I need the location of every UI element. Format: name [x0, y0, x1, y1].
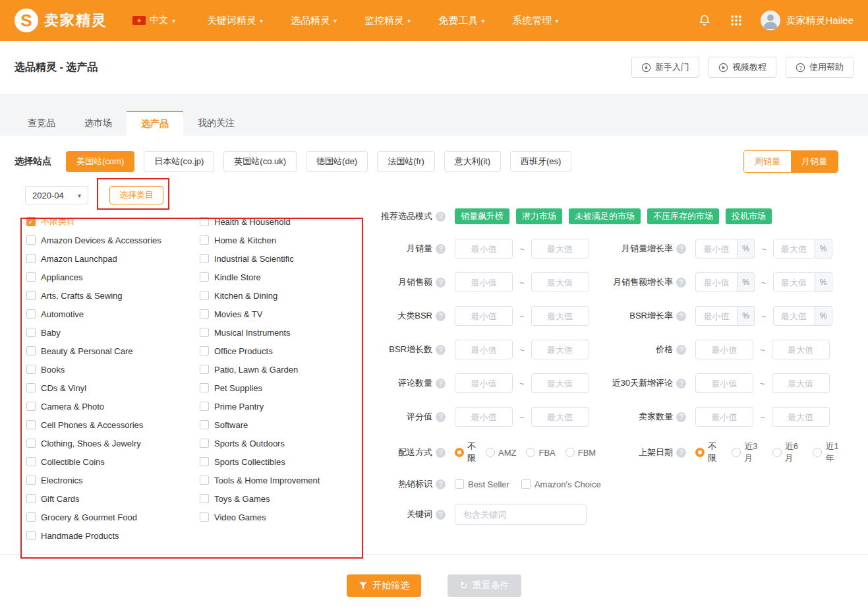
checkbox-icon[interactable]: [200, 420, 209, 429]
max-input[interactable]: [531, 272, 589, 292]
category-option[interactable]: CDs & Vinyl: [26, 379, 200, 397]
category-option[interactable]: Grocery & Gourmet Food: [26, 508, 200, 526]
category-option[interactable]: Camera & Photo: [26, 397, 200, 415]
help-icon[interactable]: ?: [436, 311, 446, 321]
month-select[interactable]: 2020-04 ▾: [25, 186, 88, 204]
checkbox-icon[interactable]: [200, 309, 209, 319]
checkbox-icon[interactable]: [200, 365, 209, 374]
min-input[interactable]: [695, 272, 738, 292]
min-input[interactable]: [695, 407, 753, 427]
checkbox-icon[interactable]: [200, 217, 209, 226]
min-input[interactable]: [455, 407, 513, 427]
category-option[interactable]: Gift Cards: [26, 489, 200, 508]
category-option[interactable]: Baby: [26, 323, 200, 342]
badge-speculative-market[interactable]: 投机市场: [726, 208, 772, 224]
checkbox-icon[interactable]: [26, 309, 36, 319]
reset-button[interactable]: ↻ 重置条件: [448, 574, 521, 597]
category-option[interactable]: Movies & TV: [200, 305, 320, 323]
notification-bell-icon[interactable]: [697, 13, 712, 28]
radio-delivery-unlimited[interactable]: 不限: [455, 441, 476, 464]
checkbox-icon[interactable]: [200, 272, 209, 282]
category-option[interactable]: Health & Household: [200, 212, 320, 231]
help-icon[interactable]: ?: [436, 379, 446, 388]
checkbox-icon[interactable]: [26, 328, 36, 337]
checkbox-icon[interactable]: [26, 476, 36, 485]
keyword-input[interactable]: [455, 504, 587, 525]
site-es-button[interactable]: 西班牙(es): [510, 151, 571, 172]
max-input[interactable]: [773, 239, 815, 259]
checkbox-icon[interactable]: [26, 383, 36, 392]
site-fr-button[interactable]: 法国站(fr): [377, 151, 435, 172]
max-input[interactable]: [531, 306, 589, 326]
category-option[interactable]: Kitchen & Dining: [200, 286, 320, 305]
category-option[interactable]: Tools & Home Improvement: [200, 471, 320, 489]
language-switcher[interactable]: ★ 中文 ▾: [132, 15, 175, 26]
category-option[interactable]: Electronics: [26, 471, 200, 489]
checkbox-checked-icon[interactable]: ✓: [26, 217, 36, 226]
help-icon[interactable]: ?: [676, 412, 686, 422]
help-icon[interactable]: ?: [436, 479, 446, 489]
radio-date-unlimited[interactable]: 不限: [695, 441, 722, 464]
site-de-button[interactable]: 德国站(de): [306, 151, 368, 172]
brand-logo[interactable]: S 卖家精灵: [14, 9, 107, 32]
badge-no-stock-market[interactable]: 不压库存的市场: [647, 208, 719, 224]
usage-help-button[interactable]: ? 使用帮助: [786, 57, 854, 78]
category-option[interactable]: Clothing, Shoes & Jewelry: [26, 434, 200, 452]
help-icon[interactable]: ?: [436, 278, 446, 288]
badge-unmet-market[interactable]: 未被满足的市场: [569, 208, 641, 224]
checkbox-icon[interactable]: [26, 457, 36, 466]
category-option[interactable]: Prime Pantry: [200, 397, 320, 415]
site-us-button[interactable]: 美国站(com): [66, 151, 134, 172]
checkbox-icon[interactable]: [200, 402, 209, 411]
checkbox-icon[interactable]: [26, 402, 36, 411]
checkbox-icon[interactable]: [200, 476, 209, 485]
site-jp-button[interactable]: 日本站(co.jp): [144, 151, 214, 172]
radio-delivery-amz[interactable]: AMZ: [486, 448, 516, 458]
help-icon[interactable]: ?: [676, 311, 686, 321]
checkbox-icon[interactable]: [26, 291, 36, 300]
checkbox-icon[interactable]: [200, 494, 209, 503]
start-filter-button[interactable]: 开始筛选: [347, 574, 421, 597]
category-option[interactable]: Patio, Lawn & Garden: [200, 360, 320, 379]
newbie-guide-button[interactable]: 新手入门: [631, 57, 699, 78]
checkbox-icon[interactable]: [26, 494, 36, 503]
checkbox-icon[interactable]: [26, 346, 36, 355]
max-input[interactable]: [531, 340, 589, 359]
help-icon[interactable]: ?: [676, 244, 686, 254]
checkbox-icon[interactable]: [200, 383, 209, 392]
category-option[interactable]: Kindle Store: [200, 268, 320, 286]
tab-market[interactable]: 选市场: [70, 111, 127, 136]
help-icon[interactable]: ?: [676, 448, 686, 458]
category-option[interactable]: Software: [200, 415, 320, 434]
category-option[interactable]: Automotive: [26, 305, 200, 323]
nav-system-admin[interactable]: 系统管理 ▾: [512, 15, 558, 27]
category-option[interactable]: Books: [26, 360, 200, 379]
radio-delivery-fba[interactable]: FBA: [526, 448, 555, 458]
category-option[interactable]: Video Games: [200, 508, 320, 526]
nav-keyword-sprite[interactable]: 关键词精灵 ▾: [207, 15, 263, 27]
category-option[interactable]: Home & Kitchen: [200, 231, 320, 249]
checkbox-best-seller[interactable]: Best Seller: [455, 479, 509, 489]
max-input[interactable]: [531, 407, 589, 427]
checkbox-icon[interactable]: [200, 235, 209, 245]
category-option[interactable]: Office Products: [200, 342, 320, 360]
checkbox-icon[interactable]: [200, 254, 209, 263]
checkbox-amazons-choice[interactable]: Amazon's Choice: [521, 479, 601, 489]
category-option-all[interactable]: ✓不限类目: [26, 212, 200, 231]
radio-date-1y[interactable]: 近1年: [813, 441, 844, 464]
min-input[interactable]: [695, 373, 753, 393]
checkbox-icon[interactable]: [26, 420, 36, 429]
help-icon[interactable]: ?: [436, 510, 446, 520]
monthly-sales-toggle[interactable]: 月销量: [791, 151, 838, 172]
badge-potential-market[interactable]: 潜力市场: [516, 208, 562, 224]
help-icon[interactable]: ?: [436, 448, 446, 458]
max-input[interactable]: [772, 407, 830, 427]
radio-delivery-fbm[interactable]: FBM: [565, 448, 596, 458]
category-option[interactable]: Sports Collectibles: [200, 452, 320, 471]
select-category-button[interactable]: 选择类目: [109, 186, 163, 204]
category-option[interactable]: Sports & Outdoors: [200, 434, 320, 452]
weekly-sales-toggle[interactable]: 周销量: [744, 151, 791, 172]
max-input[interactable]: [773, 306, 815, 326]
min-input[interactable]: [695, 239, 738, 259]
video-tutorial-button[interactable]: 视频教程: [709, 57, 776, 78]
